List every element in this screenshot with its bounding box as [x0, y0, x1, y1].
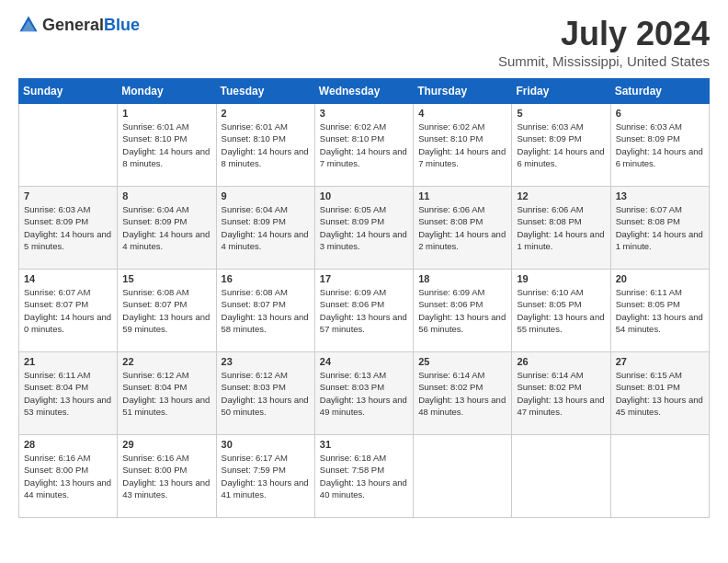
calendar-cell: 30Sunrise: 6:17 AMSunset: 7:59 PMDayligh…	[216, 435, 314, 518]
calendar-cell: 10Sunrise: 6:05 AMSunset: 8:09 PMDayligh…	[314, 187, 413, 270]
calendar-cell: 17Sunrise: 6:09 AMSunset: 8:06 PMDayligh…	[314, 270, 413, 352]
header-day-saturday: Saturday	[610, 79, 709, 104]
calendar-cell: 14Sunrise: 6:07 AMSunset: 8:07 PMDayligh…	[19, 270, 118, 352]
cell-info: Sunrise: 6:03 AMSunset: 8:09 PMDaylight:…	[517, 121, 605, 169]
cell-info: Sunrise: 6:14 AMSunset: 8:02 PMDaylight:…	[418, 369, 506, 418]
day-number: 25	[418, 356, 506, 367]
week-row-1: 1Sunrise: 6:01 AMSunset: 8:10 PMDaylight…	[19, 104, 710, 187]
calendar-cell: 5Sunrise: 6:03 AMSunset: 8:09 PMDaylight…	[512, 104, 610, 187]
calendar-cell: 6Sunrise: 6:03 AMSunset: 8:09 PMDaylight…	[610, 104, 709, 187]
day-number: 31	[320, 439, 408, 450]
calendar-cell: 11Sunrise: 6:06 AMSunset: 8:08 PMDayligh…	[414, 187, 512, 270]
calendar-cell: 9Sunrise: 6:04 AMSunset: 8:09 PMDaylight…	[216, 187, 314, 270]
calendar-cell: 22Sunrise: 6:12 AMSunset: 8:04 PMDayligh…	[118, 352, 216, 435]
calendar-cell: 18Sunrise: 6:09 AMSunset: 8:06 PMDayligh…	[414, 270, 512, 352]
calendar-cell: 20Sunrise: 6:11 AMSunset: 8:05 PMDayligh…	[610, 270, 709, 352]
day-number: 1	[122, 108, 210, 119]
cell-info: Sunrise: 6:10 AMSunset: 8:05 PMDaylight:…	[517, 286, 605, 335]
calendar-cell: 28Sunrise: 6:16 AMSunset: 8:00 PMDayligh…	[19, 435, 118, 518]
cell-info: Sunrise: 6:14 AMSunset: 8:02 PMDaylight:…	[517, 369, 605, 418]
day-number: 8	[122, 190, 210, 201]
cell-info: Sunrise: 6:11 AMSunset: 8:05 PMDaylight:…	[616, 286, 704, 335]
cell-info: Sunrise: 6:04 AMSunset: 8:09 PMDaylight:…	[222, 203, 310, 252]
cell-info: Sunrise: 6:08 AMSunset: 8:07 PMDaylight:…	[122, 286, 210, 335]
main-title: July 2024	[498, 15, 710, 53]
day-number: 18	[418, 273, 506, 284]
day-number: 24	[320, 356, 408, 367]
cell-info: Sunrise: 6:01 AMSunset: 8:10 PMDaylight:…	[122, 121, 210, 169]
logo-icon	[18, 15, 39, 35]
day-number: 7	[24, 190, 112, 201]
calendar-cell: 23Sunrise: 6:12 AMSunset: 8:03 PMDayligh…	[216, 352, 314, 435]
calendar-cell: 2Sunrise: 6:01 AMSunset: 8:10 PMDaylight…	[216, 104, 314, 187]
logo-general: General	[42, 16, 104, 34]
header-day-tuesday: Tuesday	[216, 79, 314, 104]
calendar-cell: 4Sunrise: 6:02 AMSunset: 8:10 PMDaylight…	[414, 104, 512, 187]
header-day-sunday: Sunday	[19, 79, 118, 104]
week-row-3: 14Sunrise: 6:07 AMSunset: 8:07 PMDayligh…	[19, 270, 710, 352]
cell-info: Sunrise: 6:03 AMSunset: 8:09 PMDaylight:…	[24, 203, 112, 252]
day-number: 19	[517, 273, 605, 284]
day-number: 26	[517, 356, 605, 367]
cell-info: Sunrise: 6:13 AMSunset: 8:03 PMDaylight:…	[320, 369, 408, 418]
week-row-5: 28Sunrise: 6:16 AMSunset: 8:00 PMDayligh…	[19, 435, 710, 518]
header-row: SundayMondayTuesdayWednesdayThursdayFrid…	[19, 79, 710, 104]
cell-info: Sunrise: 6:05 AMSunset: 8:09 PMDaylight:…	[320, 203, 408, 252]
calendar-cell: 26Sunrise: 6:14 AMSunset: 8:02 PMDayligh…	[512, 352, 610, 435]
calendar-cell: 19Sunrise: 6:10 AMSunset: 8:05 PMDayligh…	[512, 270, 610, 352]
header-day-thursday: Thursday	[414, 79, 512, 104]
cell-info: Sunrise: 6:07 AMSunset: 8:07 PMDaylight:…	[24, 286, 112, 335]
day-number: 17	[320, 273, 408, 284]
calendar-cell	[414, 435, 512, 518]
calendar-cell	[512, 435, 610, 518]
calendar-cell: 3Sunrise: 6:02 AMSunset: 8:10 PMDaylight…	[314, 104, 413, 187]
cell-info: Sunrise: 6:02 AMSunset: 8:10 PMDaylight:…	[320, 121, 408, 169]
day-number: 28	[24, 439, 112, 450]
title-area: July 2024 Summit, Mississippi, United St…	[498, 15, 710, 69]
logo-blue: Blue	[104, 16, 140, 34]
day-number: 15	[122, 273, 210, 284]
day-number: 12	[517, 190, 605, 201]
logo: GeneralBlue	[18, 15, 140, 35]
day-number: 4	[418, 108, 506, 119]
cell-info: Sunrise: 6:18 AMSunset: 7:58 PMDaylight:…	[320, 452, 408, 500]
header-day-friday: Friday	[512, 79, 610, 104]
cell-info: Sunrise: 6:16 AMSunset: 8:00 PMDaylight:…	[122, 452, 210, 500]
cell-info: Sunrise: 6:08 AMSunset: 8:07 PMDaylight:…	[222, 286, 310, 335]
cell-info: Sunrise: 6:17 AMSunset: 7:59 PMDaylight:…	[222, 452, 310, 500]
day-number: 21	[24, 356, 112, 367]
week-row-4: 21Sunrise: 6:11 AMSunset: 8:04 PMDayligh…	[19, 352, 710, 435]
cell-info: Sunrise: 6:11 AMSunset: 8:04 PMDaylight:…	[24, 369, 112, 418]
logo-text: GeneralBlue	[42, 16, 140, 35]
day-number: 16	[222, 273, 310, 284]
cell-info: Sunrise: 6:02 AMSunset: 8:10 PMDaylight:…	[418, 121, 506, 169]
day-number: 20	[616, 273, 704, 284]
day-number: 29	[122, 439, 210, 450]
header-day-wednesday: Wednesday	[314, 79, 413, 104]
calendar-cell: 21Sunrise: 6:11 AMSunset: 8:04 PMDayligh…	[19, 352, 118, 435]
cell-info: Sunrise: 6:15 AMSunset: 8:01 PMDaylight:…	[616, 369, 704, 418]
day-number: 13	[616, 190, 704, 201]
calendar-cell: 16Sunrise: 6:08 AMSunset: 8:07 PMDayligh…	[216, 270, 314, 352]
cell-info: Sunrise: 6:07 AMSunset: 8:08 PMDaylight:…	[616, 203, 704, 252]
cell-info: Sunrise: 6:09 AMSunset: 8:06 PMDaylight:…	[418, 286, 506, 335]
calendar-table: SundayMondayTuesdayWednesdayThursdayFrid…	[18, 78, 710, 518]
calendar-cell: 15Sunrise: 6:08 AMSunset: 8:07 PMDayligh…	[118, 270, 216, 352]
day-number: 14	[24, 273, 112, 284]
cell-info: Sunrise: 6:04 AMSunset: 8:09 PMDaylight:…	[122, 203, 210, 252]
calendar-cell	[610, 435, 709, 518]
cell-info: Sunrise: 6:09 AMSunset: 8:06 PMDaylight:…	[320, 286, 408, 335]
day-number: 22	[122, 356, 210, 367]
day-number: 10	[320, 190, 408, 201]
calendar-cell: 8Sunrise: 6:04 AMSunset: 8:09 PMDaylight…	[118, 187, 216, 270]
cell-info: Sunrise: 6:01 AMSunset: 8:10 PMDaylight:…	[222, 121, 310, 169]
day-number: 23	[222, 356, 310, 367]
calendar-cell: 27Sunrise: 6:15 AMSunset: 8:01 PMDayligh…	[610, 352, 709, 435]
day-number: 2	[222, 108, 310, 119]
calendar-cell: 7Sunrise: 6:03 AMSunset: 8:09 PMDaylight…	[19, 187, 118, 270]
cell-info: Sunrise: 6:16 AMSunset: 8:00 PMDaylight:…	[24, 452, 112, 500]
header: GeneralBlue July 2024 Summit, Mississipp…	[18, 15, 710, 69]
day-number: 5	[517, 108, 605, 119]
day-number: 11	[418, 190, 506, 201]
calendar-cell: 13Sunrise: 6:07 AMSunset: 8:08 PMDayligh…	[610, 187, 709, 270]
